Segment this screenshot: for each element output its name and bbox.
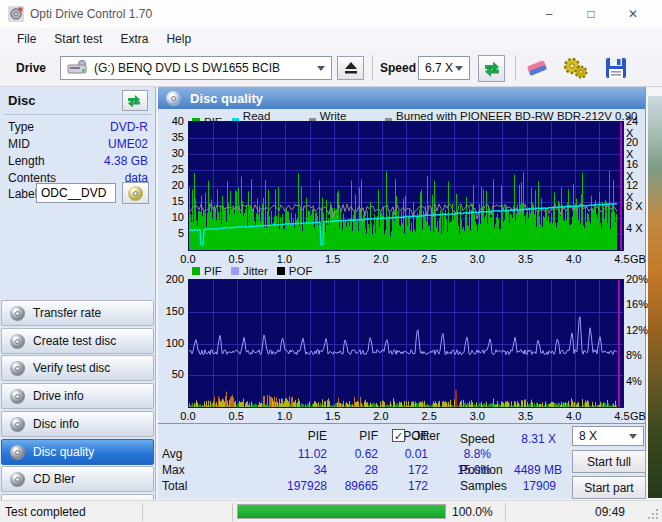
menu-item-start-test[interactable]: Start test	[45, 30, 111, 48]
disc-icon	[10, 445, 25, 460]
x-axis-tick: 3.5	[513, 253, 539, 265]
disc-info-row: TypeDVD-R	[8, 120, 148, 136]
menu-item-help[interactable]: Help	[157, 30, 200, 48]
x-axis-tick: 2.5	[416, 253, 442, 265]
resize-grip[interactable]	[648, 509, 658, 519]
jitter-label: Jitter	[414, 429, 440, 443]
axis-tick: 20	[158, 179, 184, 191]
minimize-button[interactable]: –	[528, 0, 570, 28]
disc-label-button[interactable]	[122, 182, 149, 204]
settings-button[interactable]	[560, 56, 592, 82]
menu-item-extra[interactable]: Extra	[111, 30, 157, 48]
x-axis-tick: 4.0	[561, 410, 587, 422]
start-full-button[interactable]: Start full	[572, 450, 646, 473]
disc-panel-title: Disc	[8, 93, 35, 108]
sidebar-item-cd-bler[interactable]: CD Bler	[1, 466, 154, 492]
axis-tick: 20%	[626, 273, 648, 285]
info-label: MID	[8, 137, 30, 151]
x-axis-tick: 1.5	[320, 253, 346, 265]
menu-item-file[interactable]: File	[8, 30, 45, 48]
x-axis-tick: 0.0	[175, 410, 201, 422]
disc-info-row: MIDUME02	[8, 137, 148, 153]
row-label-avg: Avg	[162, 447, 182, 461]
eject-button[interactable]	[337, 56, 364, 80]
disc-label-input[interactable]	[36, 183, 116, 203]
axis-tick: GB	[630, 253, 646, 265]
sidebar-item-disc-info[interactable]: Disc info	[1, 411, 154, 437]
menu-bar: FileStart testExtraHelp	[0, 28, 662, 50]
window-title: Opti Drive Control 1.70	[30, 7, 152, 21]
main-panel: Disc quality PIERead speedWrite speedBur…	[158, 87, 646, 499]
desktop-wallpaper-strip	[648, 96, 662, 498]
position-stat-value: 4489 MB	[478, 463, 562, 477]
info-label: Type	[8, 120, 34, 134]
chevron-down-icon	[455, 66, 463, 71]
axis-tick: 4%	[626, 375, 642, 387]
stats-panel: PIE PIF POF ✓ Jitter Avg 11.02 0.62 0.01…	[158, 423, 645, 499]
x-axis-tick: 3.0	[464, 253, 490, 265]
row-label-max: Max	[162, 463, 185, 477]
speed-select-value: 6.7 X	[425, 61, 453, 75]
x-axis-tick: 0.5	[223, 253, 249, 265]
chevron-down-icon	[317, 66, 325, 71]
disc-info-row: Length4.38 GB	[8, 154, 148, 170]
x-axis-tick: 1.0	[271, 253, 297, 265]
pie-speed-chart	[188, 121, 624, 251]
info-value: UME02	[108, 137, 148, 151]
start-part-button[interactable]: Start part	[572, 476, 646, 499]
legend-swatch	[192, 267, 200, 275]
x-axis-tick: 2.5	[416, 410, 442, 422]
x-axis-tick: 2.0	[368, 253, 394, 265]
info-value: 4.38 GB	[104, 154, 148, 168]
axis-tick: 30	[158, 147, 184, 159]
disc-refresh-button[interactable]	[122, 90, 148, 111]
pif-jitter-chart	[188, 279, 624, 408]
axis-tick: 16%	[626, 298, 648, 310]
legend-label: PIF	[204, 265, 222, 277]
chart2-legend: PIFJitterPOF	[192, 265, 312, 277]
x-axis-tick: 3.5	[513, 410, 539, 422]
x-axis-tick: 1.0	[271, 410, 297, 422]
sidebar-item-label: Verify test disc	[33, 361, 110, 375]
drive-select[interactable]: (G:) BENQ DVD LS DW1655 BCIB	[60, 56, 332, 80]
eject-icon	[342, 61, 360, 75]
elapsed-time: 09:49	[555, 505, 625, 519]
sidebar-item-disc-quality[interactable]: Disc quality	[1, 439, 154, 465]
refresh-icon	[483, 60, 501, 78]
disc-icon	[10, 472, 25, 487]
avg-jitter: 8.8%	[421, 447, 491, 461]
x-axis-tick: 1.5	[320, 410, 346, 422]
axis-tick: 8%	[626, 349, 642, 361]
sidebar-item-create-test-disc[interactable]: Create test disc	[1, 328, 154, 354]
save-button[interactable]	[604, 56, 632, 82]
info-label: Length	[8, 154, 45, 168]
test-speed-select[interactable]: 8 X	[572, 426, 644, 446]
eraser-icon	[524, 56, 550, 80]
drive-icon	[67, 59, 88, 78]
disc-icon	[10, 361, 25, 376]
axis-tick: 8 X	[626, 200, 643, 212]
erase-disc-button[interactable]	[524, 56, 550, 82]
info-value: DVD-R	[110, 120, 148, 134]
drive-select-value: (G:) BENQ DVD LS DW1655 BCIB	[94, 61, 280, 75]
progress-percent: 100.0%	[452, 505, 493, 519]
axis-tick: 40	[158, 115, 184, 127]
refresh-button[interactable]	[478, 55, 505, 82]
sidebar-item-transfer-rate[interactable]: Transfer rate	[1, 300, 154, 326]
sidebar-item-drive-info[interactable]: Drive info	[1, 383, 154, 409]
sidebar-item-verify-test-disc[interactable]: Verify test disc	[1, 355, 154, 381]
progress-bar	[237, 504, 446, 519]
max-pof: 172	[348, 463, 428, 477]
title-bar: Opti Drive Control 1.70 – □ ✕	[0, 0, 662, 28]
axis-tick: 15	[158, 195, 184, 207]
close-button[interactable]: ✕	[612, 0, 654, 28]
sidebar-item-label: Create test disc	[33, 334, 116, 348]
sidebar-item-label: Disc quality	[33, 445, 94, 459]
jitter-checkbox[interactable]: ✓	[392, 429, 405, 442]
speed-select[interactable]: 6.7 X	[418, 56, 470, 80]
maximize-button[interactable]: □	[570, 0, 612, 28]
disc-quality-icon	[166, 91, 181, 106]
axis-tick: 5	[158, 227, 184, 239]
refresh-icon	[127, 94, 143, 108]
gears-icon	[560, 56, 592, 80]
